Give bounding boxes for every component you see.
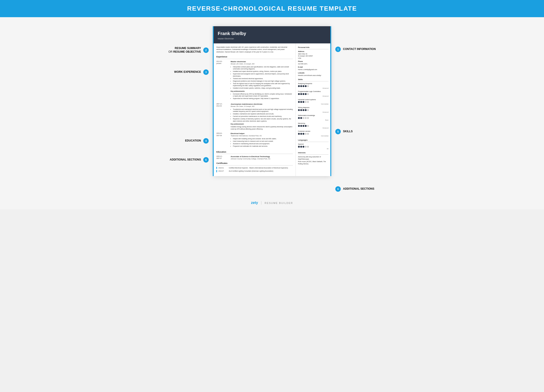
skill-name: Analyzing blueprints xyxy=(298,82,329,85)
edu-content-1: Associate of Science in Electrical Techn… xyxy=(231,155,293,160)
linkedin-value: linkedin.com/in/frank-sean-shelby/ xyxy=(298,74,329,77)
interests-section-title: Interests xyxy=(298,152,329,155)
languages-section-title: Languages xyxy=(298,139,329,142)
achievement-bullets-1: Increased efficiency by 33% by identifyi… xyxy=(231,93,293,100)
dot xyxy=(300,146,302,148)
exp-item-3: 2003-04 -2007-08 Electrical helper Trade… xyxy=(216,132,293,148)
exp-item-2: 2007-10 -2012-02 Journeyman maintenance … xyxy=(216,103,293,130)
left-accent-line xyxy=(213,26,214,176)
bullet-item: Took the highest level of care for keepi… xyxy=(233,82,293,87)
ann-num-6-left: 6 xyxy=(203,157,209,163)
footer: zety | RESUME BUILDER xyxy=(0,196,544,209)
skill-name: Industrial control systems xyxy=(298,99,329,101)
skill-wiring-diagrams: Wiring diagrams Advanced xyxy=(298,106,329,113)
dot xyxy=(298,146,300,148)
dot xyxy=(307,146,309,148)
dot xyxy=(298,101,300,103)
skill-dots xyxy=(298,101,329,103)
ann-num-1: 1 xyxy=(335,47,341,52)
dot xyxy=(302,109,304,111)
left-annotations: RESUME SUMMARYOR RESUME OBJECTIVE 2 WORK… xyxy=(145,26,213,163)
exp-content-3: Electrical helper Tradesman Internationa… xyxy=(231,132,293,148)
skill-dots xyxy=(298,93,329,95)
resume-content: Frank Shelby Master Electrician Dependab… xyxy=(213,26,331,176)
bullet-item: Repaired a variety of telemetry systems:… xyxy=(233,118,293,122)
exp-company-1: Mosaic Life Claire, St Joseph, MO xyxy=(231,63,293,65)
personal-info-title: Personal Info xyxy=(298,46,329,49)
skill-level: Advanced xyxy=(298,111,329,113)
dot xyxy=(305,125,307,127)
experience-section-title: Experience xyxy=(216,55,293,59)
exp-title-3: Electrical helper xyxy=(231,132,293,135)
bullet-item: Installed, maintained and repaired switc… xyxy=(233,113,293,115)
ann-label-additional-left: ADDITIONAL SECTIONS xyxy=(170,158,201,162)
dot xyxy=(302,101,304,103)
dot xyxy=(300,93,302,95)
ann-label-summary: RESUME SUMMARYOR RESUME OBJECTIVE xyxy=(168,47,201,53)
dot xyxy=(300,101,302,103)
ann-label-experience: WORK EXPERIENCE xyxy=(174,70,201,74)
dot xyxy=(305,133,307,135)
ann-num-4: 4 xyxy=(203,138,209,144)
bullet-item: Assisted in maintaining electrical tools… xyxy=(233,143,293,145)
dot xyxy=(300,85,302,87)
right-ann-additional: 6 ADDITIONAL SECTIONS xyxy=(335,186,399,192)
lang-spanish: Spanish B2 xyxy=(298,143,329,150)
resume-body: Dependable master electrician with 10+ y… xyxy=(213,43,331,176)
skill-name: Mathematics knowledge xyxy=(298,114,329,117)
cert-date-1: 2016-01 xyxy=(219,167,227,169)
page-wrapper: REVERSE-CHRONOLOGICAL RESUME TEMPLATE RE… xyxy=(0,0,544,209)
exp-item-1: 2012-03 -present Master electrician Mosa… xyxy=(216,60,293,101)
header-title: REVERSE-CHRONOLOGICAL RESUME TEMPLATE xyxy=(0,5,544,12)
resume-name: Frank Shelby xyxy=(218,30,326,37)
ann-num-2: 2 xyxy=(203,47,209,53)
skill-dots xyxy=(298,133,329,135)
exp-date-1: 2012-03 -present xyxy=(216,60,229,101)
bullet-item: Troubleshot and maintained electrical wo… xyxy=(233,108,293,113)
right-annotations: 1 CONTACT INFORMATION 5 SKILLS 6 ADDITIO… xyxy=(331,26,399,192)
dot xyxy=(298,133,300,135)
footer-brand: zety xyxy=(251,201,258,205)
ann-label-contact: CONTACT INFORMATION xyxy=(343,47,376,51)
skill-dots xyxy=(298,85,329,87)
dot xyxy=(307,85,309,87)
dot xyxy=(300,117,302,119)
dot xyxy=(302,85,304,87)
resume-job-title: Master Electrician xyxy=(218,37,326,40)
interest-music: Rock music (AC/DC, Black Sabbath, The Ro… xyxy=(298,160,329,165)
dot xyxy=(298,85,300,87)
cert-date-2: 2010-07 xyxy=(219,170,227,172)
exp-company-3: Tradesman International, Overland Park, … xyxy=(231,135,293,137)
dot xyxy=(300,133,302,135)
exp-title-2: Journeyman maintenance electrician xyxy=(231,103,293,105)
resume-document: Frank Shelby Master Electrician Dependab… xyxy=(213,26,331,176)
ann-num-5: 5 xyxy=(335,129,341,134)
dot xyxy=(305,85,307,87)
achievement-item: Supervised an internal training program,… xyxy=(233,97,293,100)
dot xyxy=(307,109,309,111)
skill-industrial-control: Industrial control systems Intermediate xyxy=(298,99,329,105)
skill-mathematics: Mathematics knowledge Basic xyxy=(298,114,329,121)
footer-divider: | xyxy=(261,201,262,205)
key-achievements-2: Key achievement: xyxy=(231,123,293,125)
dot xyxy=(302,133,304,135)
exp-bullets-2: Troubleshot and maintained electrical wo… xyxy=(231,108,293,122)
dot xyxy=(302,125,304,127)
certificates-section-title: Certificates xyxy=(216,162,293,165)
dot xyxy=(298,125,300,127)
resume-left-column: Dependable master electrician with 10+ y… xyxy=(213,43,296,176)
bullet-item: Trained and mentored electrical apprenti… xyxy=(233,77,293,80)
skill-name: Customer service xyxy=(298,130,329,133)
exp-bullets-3: Helped with installing wiring and condui… xyxy=(231,138,293,147)
skill-plc: Programmable Logic Controllers Advanced xyxy=(298,90,329,97)
address-label: Address xyxy=(298,50,329,53)
left-ann-education: EDUCATION 4 xyxy=(145,138,209,144)
cert-item-2: 2010-07 ALA Certified Lighting Consultan… xyxy=(216,170,293,172)
left-ann-additional: ADDITIONAL SECTIONS 6 xyxy=(145,157,209,163)
bullet-item: Supervised and assigned work to apprenti… xyxy=(233,73,293,77)
achievement-text-2: Installed energy saving devices which re… xyxy=(231,126,293,130)
skill-mentoring: Mentoring Advanced xyxy=(298,122,329,129)
email-label: E-mail xyxy=(298,66,329,68)
dot xyxy=(307,133,309,135)
skills-section-title: Skills xyxy=(298,78,329,81)
